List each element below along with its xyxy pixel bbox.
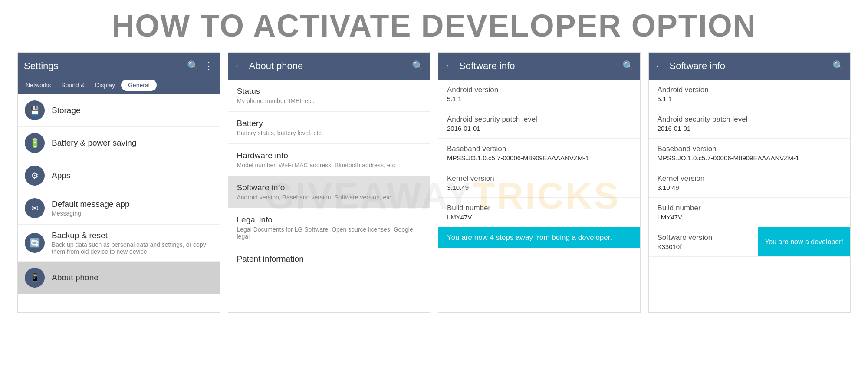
software-panel-2: ← Software info 🔍 Android version 5.1.1 … [648, 52, 851, 313]
settings-item-battery[interactable]: 🔋 Battery & power saving [18, 127, 220, 159]
page-title-bar: HOW TO ACTIVATE DEVELOPER OPTION [0, 0, 868, 50]
about-header-title: About phone [249, 60, 409, 72]
kernel-2[interactable]: Kernel version 3.10.49 [649, 168, 851, 198]
about-battery[interactable]: Battery Battery status, battery level, e… [228, 112, 430, 144]
security-patch-2[interactable]: Android security patch level 2016-01-01 [649, 109, 851, 139]
baseband-1[interactable]: Baseband version MPSS.JO.1.0.c5.7-00006-… [438, 139, 640, 168]
storage-icon: 💾 [25, 100, 45, 120]
settings-list: 💾 Storage 🔋 Battery & power saving ⚙ App… [18, 94, 220, 312]
backup-label: Backup & reset [52, 231, 213, 240]
about-header: ← About phone 🔍 [228, 53, 430, 80]
developer-steps-toast: You are now 4 steps away from being a de… [438, 227, 640, 248]
battery-label: Battery & power saving [52, 138, 136, 148]
software-header-title-1: Software info [459, 60, 619, 72]
software-header-1: ← Software info 🔍 [438, 53, 640, 80]
search-icon[interactable]: 🔍 [187, 60, 199, 72]
about-label: About phone [52, 273, 99, 282]
baseband-2[interactable]: Baseband version MPSS.JO.1.0.c5.7-00006-… [649, 139, 851, 168]
panels-row: Settings 🔍 ⋮ Networks Sound & Display Ge… [0, 52, 868, 313]
back-arrow-icon-2[interactable]: ← [444, 60, 454, 72]
about-panel: ← About phone 🔍 Status My phone number, … [228, 52, 431, 313]
software-header-2: ← Software info 🔍 [649, 53, 851, 80]
apps-label: Apps [52, 171, 70, 180]
tab-general[interactable]: General [121, 80, 157, 91]
software-panel-1: ← Software info 🔍 Android version 5.1.1 … [438, 52, 641, 313]
tab-display[interactable]: Display [91, 80, 119, 91]
back-arrow-icon-3[interactable]: ← [655, 60, 664, 72]
back-arrow-icon[interactable]: ← [234, 60, 244, 72]
menu-icon[interactable]: ⋮ [204, 60, 214, 72]
about-hardware[interactable]: Hardware info Model number, Wi-Fi MAC ad… [228, 144, 430, 176]
security-patch-1[interactable]: Android security patch level 2016-01-01 [438, 109, 640, 139]
default-msg-sublabel: Messaging [52, 210, 130, 217]
backup-icon: 🔄 [25, 233, 45, 253]
tab-networks[interactable]: Networks [21, 80, 55, 91]
android-version-2[interactable]: Android version 5.1.1 [649, 80, 851, 109]
about-software[interactable]: Software info Android version, Baseband … [228, 176, 430, 208]
tab-sound[interactable]: Sound & [57, 80, 89, 91]
software-version-2[interactable]: Software version K33010f You are now a d… [649, 227, 851, 257]
backup-sublabel: Back up data such as personal data and s… [52, 241, 213, 255]
kernel-1[interactable]: Kernel version 3.10.49 [438, 168, 640, 198]
settings-item-apps[interactable]: ⚙ Apps [18, 159, 220, 192]
about-icon: 📱 [25, 268, 45, 288]
message-icon: ✉ [25, 198, 45, 218]
tab-bar: Networks Sound & Display General [18, 80, 220, 94]
settings-title: Settings [24, 60, 184, 72]
build-number-2[interactable]: Build number LMY47V [649, 198, 851, 227]
about-legal[interactable]: Legal info Legal Documents for LG Softwa… [228, 208, 430, 247]
software-search-icon-2[interactable]: 🔍 [832, 60, 844, 72]
storage-label: Storage [52, 106, 81, 115]
page-title: HOW TO ACTIVATE DEVELOPER OPTION [0, 8, 868, 43]
default-msg-label: Default message app [52, 199, 130, 209]
software-search-icon-1[interactable]: 🔍 [622, 60, 634, 72]
build-number-1[interactable]: Build number LMY47V [438, 198, 640, 227]
about-menu-list: Status My phone number, IMEI, etc. Batte… [228, 80, 430, 312]
about-patent[interactable]: Patent information [228, 247, 430, 271]
settings-item-default-msg[interactable]: ✉ Default message app Messaging [18, 192, 220, 225]
software-info-list-2: Android version 5.1.1 Android security p… [649, 80, 851, 312]
software-header-title-2: Software info [670, 60, 829, 72]
software-info-list-1: Android version 5.1.1 Android security p… [438, 80, 640, 312]
settings-item-about[interactable]: 📱 About phone [18, 262, 220, 294]
settings-panel: Settings 🔍 ⋮ Networks Sound & Display Ge… [17, 52, 220, 313]
settings-header: Settings 🔍 ⋮ [18, 53, 220, 80]
android-version-1[interactable]: Android version 5.1.1 [438, 80, 640, 109]
battery-icon: 🔋 [25, 133, 45, 153]
apps-icon: ⚙ [25, 166, 45, 186]
about-search-icon[interactable]: 🔍 [412, 60, 424, 72]
settings-item-backup[interactable]: 🔄 Backup & reset Back up data such as pe… [18, 225, 220, 262]
about-status[interactable]: Status My phone number, IMEI, etc. [228, 80, 430, 112]
developer-now-toast: You are now a developer! [758, 227, 850, 256]
settings-item-storage[interactable]: 💾 Storage [18, 94, 220, 127]
